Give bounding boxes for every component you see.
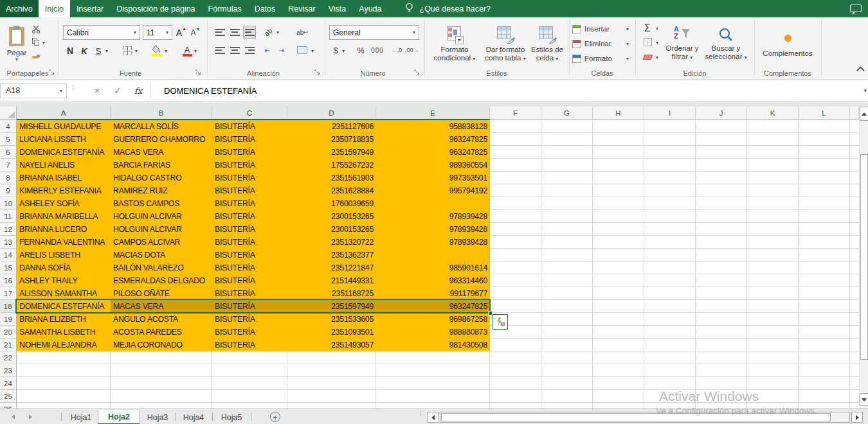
row-header-5[interactable]: 5 — [0, 133, 17, 146]
cell-I15[interactable] — [644, 261, 696, 274]
cell-D24[interactable] — [287, 377, 376, 390]
cell-K15[interactable] — [747, 261, 799, 274]
cell-K22[interactable] — [747, 351, 799, 364]
cell-K18[interactable] — [747, 300, 799, 313]
cell-E25[interactable] — [376, 390, 490, 403]
cell-E8[interactable]: 997353501 — [376, 172, 490, 184]
cell-D16[interactable]: 2151449331 — [287, 274, 376, 287]
cell-M21-partial[interactable] — [850, 339, 859, 351]
cell-A10[interactable]: ASHELEY SOFÍA — [17, 197, 111, 210]
cell-D12[interactable]: 2300153265 — [287, 223, 376, 236]
cell-K9[interactable] — [747, 184, 799, 197]
cell-B7[interactable]: BARCIA FARÍAS — [111, 159, 212, 172]
cell-G20[interactable] — [541, 326, 593, 339]
cell-G11[interactable] — [541, 210, 593, 223]
cell-B15[interactable]: BAILÓN VALAREZO — [111, 261, 212, 274]
cell-G16[interactable] — [541, 274, 593, 287]
cell-I14[interactable] — [644, 249, 696, 261]
column-header-A[interactable]: A — [17, 107, 111, 120]
cell-C4[interactable]: BISUTERÍA — [212, 120, 287, 133]
tabbar-resize-handle[interactable]: ⁞ — [420, 412, 422, 415]
fill-color-button[interactable] — [150, 44, 163, 57]
sheet-tab-hoja3[interactable]: Hoja3 — [140, 410, 175, 424]
cell-D17[interactable]: 2351168725 — [287, 287, 376, 300]
underline-dropdown[interactable]: ▾ — [105, 48, 108, 54]
cell-J6[interactable] — [696, 146, 747, 159]
cell-J20[interactable] — [696, 326, 747, 339]
row-header-8[interactable]: 8 — [0, 172, 17, 184]
cell-F25[interactable] — [490, 390, 541, 403]
prev-sheet-button[interactable] — [12, 414, 15, 420]
cell-I21[interactable] — [644, 339, 696, 351]
cell-I16[interactable] — [644, 274, 696, 287]
cell-C22[interactable] — [212, 351, 287, 364]
cell-J15[interactable] — [696, 261, 747, 274]
cell-G15[interactable] — [541, 261, 593, 274]
cell-G25[interactable] — [541, 390, 593, 403]
percent-format-button[interactable]: % — [355, 44, 366, 57]
cell-B8[interactable]: HIDALGO CASTRO — [111, 172, 212, 184]
cell-A9[interactable]: KIMBERLY ESTEFANIA — [17, 184, 111, 197]
addins-button[interactable]: Complementos — [759, 21, 817, 68]
cell-G18[interactable] — [541, 300, 593, 313]
currency-dropdown[interactable]: ▾ — [342, 48, 345, 54]
cell-C14[interactable]: BISUTERÍA — [212, 249, 287, 261]
cell-B16[interactable]: ESMERALDAS DELGADO — [111, 274, 212, 287]
cell-E15[interactable]: 985901614 — [376, 261, 490, 274]
cell-K20[interactable] — [747, 326, 799, 339]
collapse-ribbon-button[interactable] — [856, 66, 865, 75]
cell-J14[interactable] — [696, 249, 747, 261]
ribbon-tab-datos[interactable]: Datos — [248, 0, 282, 17]
orientation-dropdown[interactable]: ▾ — [276, 30, 279, 35]
borders-dropdown[interactable]: ▾ — [135, 48, 138, 54]
cell-L6[interactable] — [799, 146, 850, 159]
cell-B25[interactable] — [111, 390, 212, 403]
cell-M7-partial[interactable] — [850, 159, 859, 172]
cell-K10[interactable] — [747, 197, 799, 210]
cell-A4[interactable]: MISHELL GUADALUPE — [17, 120, 111, 133]
increase-decimal-button[interactable]: ←,0 — [390, 44, 404, 57]
cell-L20[interactable] — [799, 326, 850, 339]
cell-F22[interactable] — [490, 351, 541, 364]
cell-I9[interactable] — [644, 184, 696, 197]
insert-cells-button[interactable]: Insertar▾ — [572, 23, 631, 35]
row-header-7[interactable]: 7 — [0, 159, 17, 172]
cell-F6[interactable] — [490, 146, 541, 159]
cell-M14-partial[interactable] — [850, 249, 859, 261]
cell-K12[interactable] — [747, 223, 799, 236]
cell-H14[interactable] — [593, 249, 644, 261]
ribbon-tab-ayuda[interactable]: Ayuda — [352, 0, 388, 17]
cell-E10[interactable] — [376, 197, 490, 210]
cell-D6[interactable]: 2351597949 — [287, 146, 376, 159]
cell-G4[interactable] — [541, 120, 593, 133]
column-header-F[interactable]: F — [490, 107, 541, 120]
cell-A18[interactable]: DOMENICA ESTEFANÍA — [17, 300, 111, 313]
row-header-4[interactable]: 4 — [0, 120, 17, 133]
styles-button-ec[interactable]: Estilos decelda ▾ — [528, 21, 566, 68]
copy-button[interactable] — [31, 37, 40, 46]
cell-I13[interactable] — [644, 236, 696, 249]
cell-I18[interactable] — [644, 300, 696, 313]
new-sheet-button[interactable]: + — [270, 412, 280, 422]
cell-L9[interactable] — [799, 184, 850, 197]
cell-H6[interactable] — [593, 146, 644, 159]
cell-B23[interactable] — [111, 364, 212, 377]
cell-J21[interactable] — [696, 339, 747, 351]
cell-I5[interactable] — [644, 133, 696, 146]
cell-M8-partial[interactable] — [850, 172, 859, 184]
cell-J24[interactable] — [696, 377, 747, 390]
cell-M25-partial[interactable] — [850, 390, 859, 403]
cell-K5[interactable] — [747, 133, 799, 146]
cell-B13[interactable]: CAMPOS ALCIVAR — [111, 236, 212, 249]
cell-C7[interactable]: BISUTERÍA — [212, 159, 287, 172]
scroll-left-button[interactable] — [427, 412, 439, 423]
align-left-button[interactable] — [213, 44, 226, 57]
increase-font-button[interactable]: A▲ — [175, 26, 188, 39]
cell-E9[interactable]: 995794192 — [376, 184, 490, 197]
cell-E19[interactable]: 969867258 — [376, 313, 490, 326]
cell-L23[interactable] — [799, 364, 850, 377]
cell-H24[interactable] — [593, 377, 644, 390]
row-header-11[interactable]: 11 — [0, 210, 17, 223]
row-header-16[interactable]: 16 — [0, 274, 17, 287]
cell-J11[interactable] — [696, 210, 747, 223]
